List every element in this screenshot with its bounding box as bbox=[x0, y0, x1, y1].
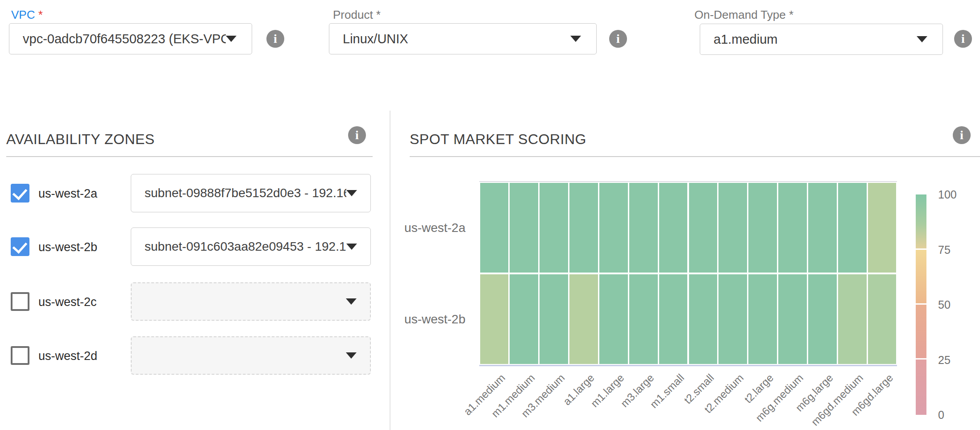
heatmap-cell-us-west-2b-m1.medium bbox=[510, 274, 538, 364]
spot-market-scoring-title: SPOT MARKET SCORING bbox=[410, 131, 586, 148]
subnet-dropdown-us-west-2c[interactable] bbox=[131, 282, 371, 321]
on-demand-type-label: On-Demand Type * bbox=[694, 8, 793, 22]
product-label: Product * bbox=[333, 8, 381, 22]
heatmap-cell-us-west-2b-a1.large bbox=[569, 274, 598, 364]
heatmap-cell-us-west-2a-m1.medium bbox=[510, 183, 538, 273]
heatmap-cell-us-west-2b-m1.small bbox=[659, 274, 688, 364]
chevron-down-icon bbox=[346, 352, 357, 359]
spot-market-scoring-divider bbox=[410, 156, 980, 157]
chevron-down-icon bbox=[570, 36, 581, 42]
az-zone-label: us-west-2c bbox=[38, 295, 97, 309]
heatmap-cell-us-west-2a-m1.small bbox=[659, 183, 688, 273]
colorbar-tick-50: 50 bbox=[938, 298, 951, 311]
az-zone-label: us-west-2b bbox=[38, 240, 97, 254]
heatmap-cell-us-west-2b-m1.large bbox=[599, 274, 628, 364]
heatmap-cell-us-west-2b-m6gd.large bbox=[868, 274, 897, 364]
heatmap-cell-us-west-2b-t2.medium bbox=[718, 274, 747, 364]
subnet-dropdown-value: subnet-091c603aa82e09453 - 192.168… bbox=[131, 240, 346, 254]
availability-zones-divider bbox=[6, 156, 373, 157]
heatmap-cell-us-west-2a-t2.large bbox=[748, 183, 777, 273]
spot-market-scoring-info-icon[interactable] bbox=[953, 126, 971, 144]
heatmap-cell-us-west-2b-m3.medium bbox=[540, 274, 568, 364]
vpc-dropdown-value: vpc-0adcb70f645508223 (EKS-VPC) bbox=[9, 32, 226, 46]
heatmap-cell-us-west-2a-m6g.large bbox=[808, 183, 837, 273]
colorbar-tick-75: 75 bbox=[938, 243, 951, 256]
subnet-dropdown-value: subnet-09888f7be5152d0e3 - 192.168… bbox=[131, 186, 346, 200]
subnet-dropdown-us-west-2b[interactable]: subnet-091c603aa82e09453 - 192.168… bbox=[131, 227, 371, 266]
subnet-dropdown-us-west-2a[interactable]: subnet-09888f7be5152d0e3 - 192.168… bbox=[131, 174, 371, 212]
section-divider bbox=[390, 111, 390, 430]
vpc-info-icon[interactable] bbox=[266, 30, 284, 48]
on-demand-type-dropdown[interactable]: a1.medium bbox=[700, 24, 943, 55]
heatmap-cell-us-west-2b-m3.large bbox=[629, 274, 658, 364]
heatmap-cell-us-west-2b-m6gd.medium bbox=[838, 274, 867, 364]
az-checkbox-us-west-2c[interactable] bbox=[11, 292, 29, 311]
chevron-down-icon bbox=[346, 244, 357, 250]
heatmap-cell-us-west-2b-a1.medium bbox=[480, 274, 509, 364]
chevron-down-icon bbox=[346, 298, 357, 305]
heatmap-row-label-us-west-2a: us-west-2a bbox=[404, 221, 465, 235]
colorbar-segment-100-75 bbox=[916, 194, 926, 248]
heatmap-cell-us-west-2a-t2.small bbox=[689, 183, 718, 273]
heatmap-bottom-axis-line bbox=[479, 365, 897, 366]
product-info-icon[interactable] bbox=[609, 30, 627, 48]
colorbar-segment-75-50 bbox=[916, 250, 926, 303]
colorbar-segment-25-0 bbox=[916, 360, 926, 415]
availability-zones-info-icon[interactable] bbox=[348, 126, 366, 144]
colorbar-tick-100: 100 bbox=[938, 188, 957, 201]
heatmap-cell-us-west-2a-m1.large bbox=[599, 183, 628, 273]
heatmap-cell-us-west-2b-m6g.medium bbox=[778, 274, 807, 364]
availability-zones-title: AVAILABILITY ZONES bbox=[6, 131, 155, 148]
heatmap-column-label-m6gd.medium: m6gd.medium bbox=[809, 372, 865, 428]
product-dropdown-value: Linux/UNIX bbox=[329, 32, 570, 46]
az-checkbox-us-west-2b[interactable] bbox=[11, 237, 29, 256]
colorbar-segment-50-25 bbox=[916, 305, 926, 358]
heatmap-cell-us-west-2a-a1.large bbox=[569, 183, 598, 273]
heatmap-cell-us-west-2a-m3.large bbox=[629, 183, 658, 273]
colorbar-tick-25: 25 bbox=[938, 353, 951, 367]
spot-score-heatmap bbox=[479, 182, 897, 365]
heatmap-cell-us-west-2a-m6g.medium bbox=[778, 183, 807, 273]
az-zone-label: us-west-2a bbox=[38, 187, 97, 201]
vpc-dropdown[interactable]: vpc-0adcb70f645508223 (EKS-VPC) bbox=[9, 23, 252, 54]
az-checkbox-us-west-2d[interactable] bbox=[11, 346, 29, 365]
subnet-dropdown-us-west-2d[interactable] bbox=[131, 336, 371, 375]
az-zone-label: us-west-2d bbox=[38, 349, 97, 363]
on-demand-type-info-icon[interactable] bbox=[954, 30, 972, 48]
heatmap-cell-us-west-2a-a1.medium bbox=[480, 183, 509, 273]
on-demand-type-dropdown-value: a1.medium bbox=[700, 32, 917, 47]
heatmap-cell-us-west-2a-t2.medium bbox=[718, 183, 747, 273]
heatmap-cell-us-west-2b-t2.large bbox=[748, 274, 777, 364]
colorbar-tick-0: 0 bbox=[938, 408, 944, 422]
chevron-down-icon bbox=[226, 36, 237, 42]
vpc-label: VPC * bbox=[11, 8, 43, 22]
az-checkbox-us-west-2a[interactable] bbox=[11, 184, 29, 203]
product-dropdown[interactable]: Linux/UNIX bbox=[329, 23, 597, 54]
heatmap-cell-us-west-2b-m6g.large bbox=[808, 274, 837, 364]
heatmap-cell-us-west-2a-m6gd.medium bbox=[838, 183, 867, 273]
heatmap-cell-us-west-2a-m6gd.large bbox=[868, 183, 897, 273]
heatmap-cell-us-west-2b-t2.small bbox=[689, 274, 718, 364]
heatmap-row-label-us-west-2b: us-west-2b bbox=[404, 312, 465, 327]
heatmap-cell-us-west-2a-m3.medium bbox=[540, 183, 568, 273]
chevron-down-icon bbox=[917, 36, 927, 42]
chevron-down-icon bbox=[346, 190, 357, 196]
